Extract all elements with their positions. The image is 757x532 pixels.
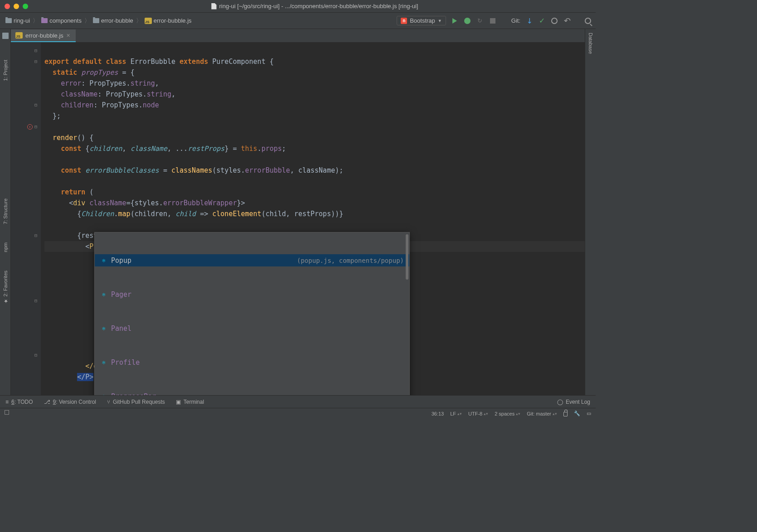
status-bar: 36:13 LF▴▾ UTF-8▴▾ 2 spaces▴▾ Git: maste… — [0, 408, 596, 419]
autocomplete-item[interactable]: ⚛ Pager — [95, 288, 409, 300]
npm-panel-tab[interactable]: npm — [3, 242, 8, 252]
git-branch-selector[interactable]: Git: master▴▾ — [527, 411, 557, 416]
git-update-button[interactable]: ↙ — [525, 17, 533, 25]
breadcrumb-item[interactable]: components — [39, 16, 83, 25]
git-label: Git: — [511, 17, 520, 24]
structure-panel-tab[interactable]: 7: Structure — [3, 198, 8, 224]
vcs-tool-button[interactable]: ⎇ 9: Version Control — [44, 399, 96, 405]
title-bar: ring-ui [~/go/src/ring-ui] - .../compone… — [0, 0, 596, 13]
window-controls — [5, 4, 28, 9]
autocomplete-item[interactable]: ⚛ Popup (popup.js, components/popup) — [95, 254, 409, 266]
autocomplete-popup: ⚛ Popup (popup.js, components/popup) ⚛ P… — [94, 232, 410, 395]
chevron-down-icon: ▼ — [438, 19, 442, 23]
run-button[interactable] — [451, 17, 459, 25]
git-revert-button[interactable]: ↶ — [563, 17, 571, 25]
favorites-panel-tab[interactable]: ★ 2: Favorites — [2, 271, 8, 304]
close-window-button[interactable] — [5, 4, 10, 9]
autocomplete-label: Profile — [111, 357, 140, 368]
project-panel-tab[interactable]: 1: Project — [3, 60, 8, 81]
tool-window-quick-access-icon[interactable] — [5, 410, 9, 415]
ide-settings-icon[interactable]: 🔧 — [574, 411, 580, 416]
npm-icon: n — [401, 18, 407, 24]
code-content[interactable]: export default class ErrorBubble extends… — [41, 43, 585, 395]
left-tool-stripe: 1: Project 7: Structure npm ★ 2: Favorit… — [0, 29, 11, 395]
file-icon — [210, 3, 217, 10]
project-panel-icon[interactable] — [2, 33, 9, 39]
react-component-icon: ⚛ — [100, 291, 107, 298]
breadcrumb-item[interactable]: ring-ui — [4, 16, 32, 25]
database-panel-tab[interactable]: Database — [588, 33, 593, 54]
editor-tab[interactable]: JS error-bubble.js ✕ — [11, 29, 76, 42]
event-log-icon: ◯ — [557, 399, 563, 405]
override-gutter-icon[interactable] — [27, 124, 33, 130]
breadcrumb-item[interactable]: error-bubble — [91, 16, 135, 25]
main-toolbar: ring-ui 〉 components 〉 error-bubble 〉 JS… — [0, 13, 596, 29]
autocomplete-label: ProgressBar — [111, 391, 156, 396]
todo-tool-button[interactable]: ≡ 6: TODO — [5, 399, 33, 405]
autocomplete-item[interactable]: ⚛ Panel — [95, 322, 409, 334]
right-tool-stripe: Database — [585, 29, 596, 395]
memory-indicator[interactable]: ▭ — [587, 411, 591, 416]
event-log-button[interactable]: ◯ Event Log — [557, 399, 590, 405]
line-separator-selector[interactable]: LF▴▾ — [450, 411, 462, 416]
zoom-window-button[interactable] — [23, 4, 28, 9]
code-editor[interactable]: ⊟ ⊟ ⊟ ⊟ ⊟ — [11, 43, 585, 395]
git-commit-button[interactable]: ✓ — [538, 17, 546, 25]
autocomplete-label: Pager — [111, 289, 131, 300]
react-component-icon: ⚛ — [100, 393, 107, 396]
close-tab-icon[interactable]: ✕ — [66, 33, 70, 39]
github-pr-tool-button[interactable]: ⑂ GitHub Pull Requests — [107, 399, 165, 405]
folder-icon — [93, 18, 99, 23]
window-title: ring-ui [~/go/src/ring-ui] - .../compone… — [37, 3, 591, 10]
minimize-window-button[interactable] — [14, 4, 19, 9]
debug-button[interactable] — [463, 17, 471, 25]
react-component-icon: ⚛ — [100, 257, 107, 264]
autocomplete-hint: (popup.js, components/popup) — [297, 255, 404, 266]
git-history-button[interactable] — [550, 17, 558, 25]
folder-icon — [41, 18, 48, 23]
breadcrumb-sep: 〉 — [84, 17, 90, 25]
editor-tabs: JS error-bubble.js ✕ — [11, 29, 585, 43]
js-file-icon: JS — [145, 18, 152, 24]
terminal-tool-button[interactable]: ▣ Terminal — [176, 399, 204, 405]
editor-area: JS error-bubble.js ✕ ⊟ ⊟ ⊟ ⊟ — [11, 29, 585, 395]
indent-selector[interactable]: 2 spaces▴▾ — [495, 411, 520, 416]
js-file-icon: JS — [15, 32, 23, 39]
caret-position[interactable]: 36:13 — [432, 411, 444, 416]
tab-label: error-bubble.js — [25, 32, 63, 39]
autocomplete-item[interactable]: ⚛ ProgressBar — [95, 390, 409, 395]
react-component-icon: ⚛ — [100, 325, 107, 332]
stop-button[interactable] — [489, 17, 497, 25]
terminal-icon: ▣ — [176, 399, 181, 405]
breadcrumb-item[interactable]: JSerror-bubble.js — [143, 16, 194, 25]
react-component-icon: ⚛ — [100, 359, 107, 366]
autocomplete-label: Popup — [111, 255, 131, 266]
breadcrumb-sep: 〉 — [136, 17, 142, 25]
github-icon: ⑂ — [107, 399, 110, 405]
search-everywhere-button[interactable] — [584, 17, 592, 25]
readonly-toggle[interactable] — [563, 411, 568, 416]
rerun-button[interactable]: ↻ — [476, 17, 484, 25]
encoding-selector[interactable]: UTF-8▴▾ — [468, 411, 488, 416]
breadcrumb-sep: 〉 — [33, 17, 39, 25]
autocomplete-label: Panel — [111, 323, 131, 334]
autocomplete-item[interactable]: ⚛ Profile — [95, 356, 409, 368]
run-config-selector[interactable]: n Bootstrap ▼ — [397, 16, 446, 25]
bottom-tool-bar: ≡ 6: TODO ⎇ 9: Version Control ⑂ GitHub … — [0, 395, 596, 408]
lock-icon — [563, 412, 568, 416]
folder-icon — [5, 18, 12, 23]
breadcrumb: ring-ui 〉 components 〉 error-bubble 〉 JS… — [4, 16, 395, 25]
autocomplete-scrollbar[interactable] — [406, 234, 408, 280]
editor-gutter: ⊟ ⊟ ⊟ ⊟ ⊟ — [11, 43, 41, 395]
